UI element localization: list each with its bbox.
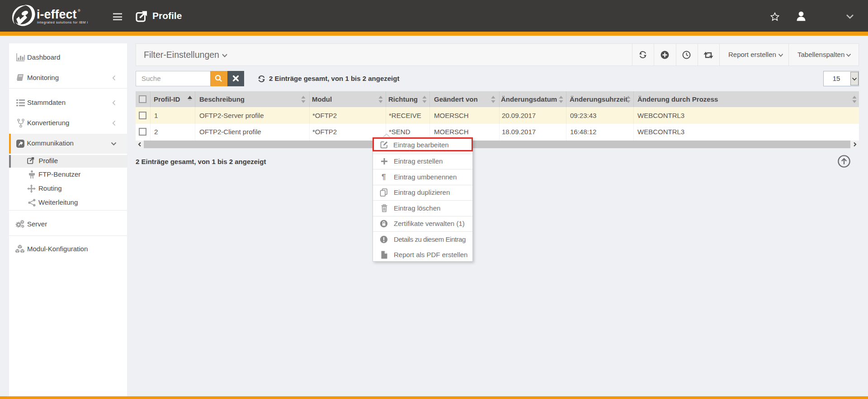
svg-text:i-effect: i-effect [37, 8, 77, 21]
svg-text:®: ® [78, 9, 80, 13]
svg-text:integrated solutions for IBM i: integrated solutions for IBM i [37, 20, 88, 24]
